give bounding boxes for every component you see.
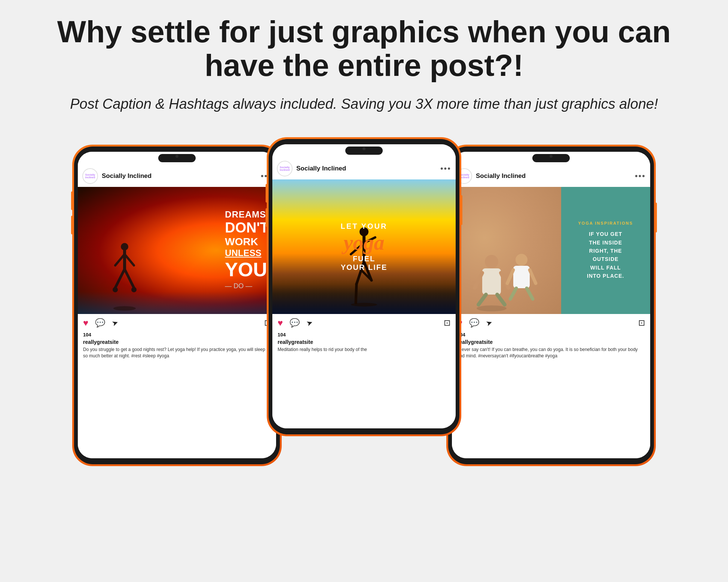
- phone2-comment-icon[interactable]: 💬: [290, 318, 300, 328]
- phone1-post-image: DREAMS DON'T WORK UNLESS YOU — DO —: [78, 187, 276, 314]
- svg-point-7: [113, 287, 118, 292]
- svg-line-30: [527, 288, 533, 299]
- phone3-likes: 104: [452, 332, 650, 339]
- svg-line-27: [507, 270, 513, 283]
- phone2-share-icon[interactable]: ➤: [305, 318, 314, 328]
- phone2-username: Socially Inclined: [296, 165, 440, 172]
- phone3-post-image: YOGA INSPIRATIONS IF YOU GET THE INSIDE …: [452, 187, 650, 314]
- phones-container: SociallyInclined Socially Inclined •••: [22, 137, 706, 466]
- phone1-account: reallygreatsite: [78, 339, 276, 347]
- main-title: Why settle for just graphics when you ca…: [22, 15, 706, 82]
- phone1-likes: 104: [78, 332, 276, 339]
- phone1-actions: ♥ 💬 ➤ ⊡: [78, 314, 276, 332]
- phone1-avatar: SociallyInclined: [82, 168, 98, 184]
- svg-line-29: [510, 288, 516, 299]
- svg-point-19: [485, 255, 498, 268]
- phone1-header: SociallyInclined Socially Inclined •••: [78, 165, 276, 187]
- phone2: SociallyInclined Socially Inclined •••: [267, 137, 461, 436]
- svg-rect-20: [482, 268, 501, 295]
- svg-line-23: [478, 295, 486, 305]
- svg-line-24: [497, 295, 505, 305]
- phone2-header: SociallyInclined Socially Inclined •••: [272, 158, 456, 179]
- phone3-quote-text: IF YOU GET THE INSIDE RIGHT, THE OUTSIDE…: [587, 230, 624, 280]
- phone1-comment-icon[interactable]: 💬: [95, 318, 105, 328]
- svg-line-16: [356, 284, 357, 303]
- svg-point-0: [113, 306, 136, 311]
- svg-line-28: [530, 270, 536, 283]
- phone1-share-icon[interactable]: ➤: [111, 318, 120, 328]
- svg-line-5: [115, 269, 125, 288]
- phone1-username: Socially Inclined: [102, 172, 261, 180]
- phone2-actions: ♥ 💬 ➤ ⊡: [272, 314, 456, 332]
- phone3-menu-dots[interactable]: •••: [635, 171, 646, 181]
- phone2-account: reallygreatsite: [272, 339, 456, 347]
- phone2-avatar: SociallyInclined: [277, 161, 293, 176]
- phone3-bookmark-icon[interactable]: ⊡: [638, 318, 645, 328]
- phone2-post-image: LET YOUR yoga FUEL YOUR LIFE: [272, 179, 456, 314]
- phone2-post-text: LET YOUR yoga FUEL YOUR LIFE: [333, 215, 395, 279]
- phone3-comment-icon[interactable]: 💬: [469, 318, 479, 328]
- phone2-heart-icon[interactable]: ♥: [278, 318, 283, 328]
- phone2-bookmark-icon[interactable]: ⊡: [444, 318, 450, 328]
- phone3-account: reallygreatsite: [452, 339, 650, 347]
- phone2-likes: 104: [272, 332, 456, 339]
- phone3-username: Socially Inclined: [476, 172, 635, 180]
- svg-rect-26: [513, 266, 530, 288]
- phone2-menu-dots[interactable]: •••: [440, 164, 451, 173]
- phone1-heart-icon[interactable]: ♥: [83, 318, 88, 328]
- svg-point-18: [477, 305, 507, 311]
- phone1-caption: Do you struggle to get a good nights res…: [78, 347, 276, 362]
- svg-line-6: [125, 269, 134, 288]
- phone3: SociallyInclined Socially Inclined •••: [446, 145, 656, 466]
- phone3-actions: ♥ 💬 ➤ ⊡: [452, 314, 650, 332]
- phone3-quote-card: YOGA INSPIRATIONS IF YOU GET THE INSIDE …: [561, 187, 651, 314]
- svg-point-8: [131, 287, 137, 292]
- subtitle: Post Caption & Hashtags always included.…: [70, 93, 658, 115]
- phone1: SociallyInclined Socially Inclined •••: [72, 145, 282, 466]
- phone3-yoga-group-icon: [473, 239, 540, 314]
- phone2-caption: Meditation really helps to rid your body…: [272, 347, 456, 356]
- phone3-share-icon[interactable]: ➤: [485, 318, 494, 328]
- svg-point-25: [516, 254, 527, 266]
- phone3-caption: !Never say can't! If you can breathe, yo…: [452, 347, 650, 362]
- phone3-header: SociallyInclined Socially Inclined •••: [452, 165, 650, 187]
- phone1-silhouette-icon: [108, 239, 141, 314]
- svg-line-21: [475, 273, 482, 288]
